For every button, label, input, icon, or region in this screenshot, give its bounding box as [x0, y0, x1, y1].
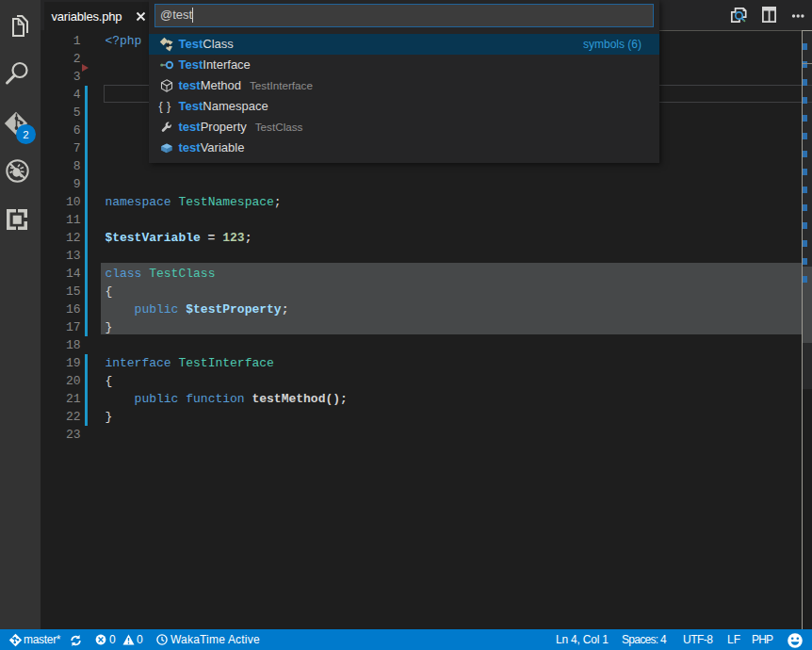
svg-text:2: 2 [23, 129, 28, 140]
